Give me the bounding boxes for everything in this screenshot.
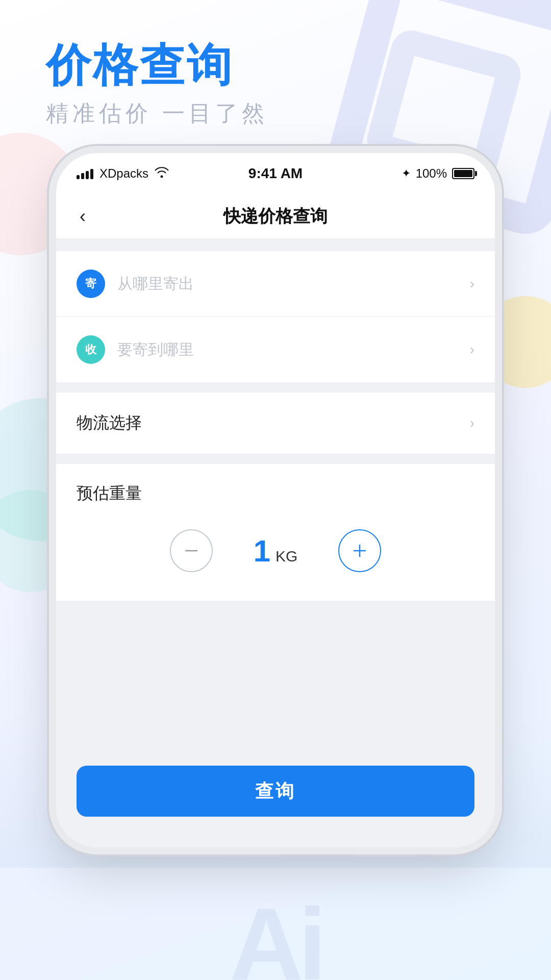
receive-row[interactable]: 收 要寄到哪里 ›: [56, 317, 495, 382]
status-bar: XDpacks 9:41 AM ✦ 100%: [56, 153, 495, 194]
content-area: 寄 从哪里寄出 › 收 要寄到哪里 › 物流选择 › 预估重量: [56, 239, 495, 847]
recv-chevron-icon: ›: [470, 341, 474, 358]
signal-bar-3: [86, 171, 89, 179]
battery-percent: 100%: [416, 166, 447, 181]
hero-section: 价格查询 精准估价 一目了然: [46, 41, 268, 129]
logistics-row[interactable]: 物流选择 ›: [56, 393, 495, 454]
status-right: ✦ 100%: [303, 166, 474, 181]
carrier-label: XDpacks: [99, 166, 148, 181]
back-button[interactable]: ‹: [74, 201, 91, 232]
weight-card: 预估重量 1 KG: [56, 464, 495, 601]
hero-subtitle: 精准估价 一目了然: [46, 99, 268, 129]
send-placeholder: 从哪里寄出: [117, 274, 470, 295]
signal-bars-icon: [77, 168, 93, 179]
status-time: 9:41 AM: [248, 165, 303, 182]
nav-title: 快递价格查询: [223, 205, 328, 228]
nav-bar: ‹ 快递价格查询: [56, 194, 495, 239]
signal-bar-4: [90, 169, 93, 179]
recv-icon-label: 收: [85, 342, 96, 357]
ai-watermark: Ai: [0, 909, 551, 980]
recv-placeholder: 要寄到哪里: [117, 339, 470, 360]
weight-title: 预估重量: [77, 482, 474, 505]
send-row[interactable]: 寄 从哪里寄出 ›: [56, 251, 495, 317]
logistics-chevron-icon: ›: [470, 415, 474, 431]
signal-bar-2: [81, 173, 84, 179]
weight-increase-button[interactable]: [338, 529, 381, 572]
hero-title: 价格查询: [46, 41, 268, 90]
phone-frame: XDpacks 9:41 AM ✦ 100% ‹ 快递价格查询: [56, 153, 495, 847]
query-button[interactable]: 查询: [77, 766, 474, 817]
logistics-card: 物流选择 ›: [56, 393, 495, 454]
send-chevron-icon: ›: [470, 276, 474, 292]
send-icon-label: 寄: [85, 276, 96, 291]
weight-display: 1 KG: [254, 533, 298, 569]
send-icon-circle: 寄: [77, 270, 105, 298]
address-card: 寄 从哪里寄出 › 收 要寄到哪里 ›: [56, 251, 495, 382]
recv-icon-circle: 收: [77, 335, 105, 364]
battery-icon: [452, 168, 474, 179]
bluetooth-icon: ✦: [402, 167, 411, 180]
weight-value: 1: [254, 533, 270, 569]
logistics-label: 物流选择: [77, 412, 470, 434]
ai-watermark-text: Ai: [230, 893, 321, 980]
weight-control: 1 KG: [77, 529, 474, 572]
status-left: XDpacks: [77, 166, 248, 181]
signal-bar-1: [77, 175, 80, 179]
wifi-icon: [155, 166, 169, 181]
weight-unit: KG: [276, 548, 297, 565]
weight-decrease-button[interactable]: [170, 529, 213, 572]
query-button-wrapper: 查询: [77, 766, 474, 817]
